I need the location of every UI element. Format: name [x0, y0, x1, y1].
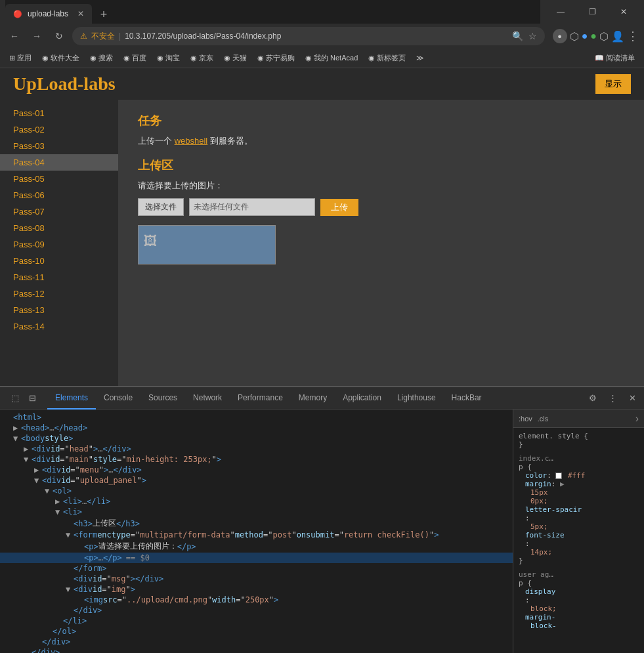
bookmark-apps[interactable]: ⊞ 应用 [5, 52, 35, 64]
upload-submit-button[interactable]: 上传 [320, 199, 358, 216]
more-devtools-icon[interactable]: ⋮ [605, 390, 620, 406]
sidebar-item-pass08[interactable]: Pass-08 [0, 220, 118, 236]
sidebar-item-pass05[interactable]: Pass-05 [0, 171, 118, 187]
tab-application[interactable]: Application [335, 387, 389, 410]
tab-performance[interactable]: Performance [230, 387, 291, 410]
toggle-div-menu[interactable]: ▶ [34, 465, 42, 474]
color-swatch-white[interactable] [555, 473, 562, 479]
image-preview-area: 🖼 [138, 225, 276, 264]
toggle-div-head[interactable]: ▶ [24, 444, 32, 453]
inspect-element-icon[interactable]: ⬚ [8, 391, 22, 406]
sidebar-item-pass04[interactable]: Pass-04 [0, 154, 118, 171]
upload-label: 请选择要上传的图片： [138, 180, 624, 192]
styles-content: element. style { } index.c… p { color: #… [513, 428, 644, 653]
device-toggle-icon[interactable]: ⊟ [25, 391, 39, 406]
bookmark-newtab[interactable]: ◉ 新标签页 [364, 52, 410, 64]
chevron-right-icon: ≫ [416, 54, 424, 62]
bookmark-software[interactable]: ◉ 软件大全 [38, 52, 83, 64]
webshell-link[interactable]: webshell [175, 136, 208, 146]
extension-puzzle-icon[interactable]: ⬡ [570, 30, 579, 43]
bookmark-netacad[interactable]: ◉ 我的 NetAcad [301, 52, 362, 64]
styles-cls-tab[interactable]: .cls [538, 415, 549, 423]
bookmark-star-icon[interactable]: ☆ [528, 31, 537, 41]
show-button[interactable]: 显示 [595, 74, 631, 94]
tab-network[interactable]: Network [185, 387, 230, 410]
html-tree[interactable]: <html> ▶ <head>…</head> ▼ <body style> ▶… [0, 410, 513, 653]
suning-icon: ◉ [257, 54, 264, 62]
devtools-gear-area: ⚙ ⋮ ✕ [585, 390, 640, 406]
styles-pseudo-hov[interactable]: :hov [519, 415, 532, 423]
sidebar-item-pass02[interactable]: Pass-02 [0, 121, 118, 138]
bookmark-tianmao[interactable]: ◉ 天猫 [220, 52, 251, 64]
bookmark-more[interactable]: ≫ [412, 53, 428, 64]
jd-icon: ◉ [190, 54, 197, 62]
sidebar-item-pass11[interactable]: Pass-11 [0, 269, 118, 285]
forward-button[interactable]: → [28, 27, 46, 45]
style-block-element: element. style { } [519, 432, 639, 449]
tree-div-main: ▼ <div id="main" style="min-height: 253p… [0, 454, 513, 465]
profile-icon[interactable]: ● [553, 29, 567, 43]
bookmark-baidu[interactable]: ◉ 百度 [119, 52, 150, 64]
search-icon: 🔍 [512, 31, 523, 41]
style-margin-block-prop: margin- [519, 613, 639, 621]
toggle-form[interactable]: ▼ [66, 530, 74, 539]
sidebar-item-pass06[interactable]: Pass-06 [0, 187, 118, 203]
toggle-body[interactable]: ▼ [13, 434, 21, 443]
style-font-size-val: 14px; [519, 548, 639, 557]
more-options-icon[interactable]: ⋮ [627, 29, 639, 43]
url-warning: 不安全 [91, 31, 115, 42]
extensions-icon[interactable]: ⬡ [599, 30, 609, 43]
tree-ol-close: </ol> [0, 626, 513, 637]
taobao-icon: ◉ [157, 54, 163, 62]
sidebar-item-pass10[interactable]: Pass-10 [0, 253, 118, 269]
close-button[interactable]: ✕ [609, 1, 639, 22]
sidebar-item-pass03[interactable]: Pass-03 [0, 138, 118, 154]
refresh-button[interactable]: ↻ [50, 27, 68, 45]
url-bar[interactable]: ⚠ 不安全 | 10.3.107.205/upload-labs/Pass-04… [72, 27, 545, 45]
sidebar-item-pass12[interactable]: Pass-12 [0, 285, 118, 302]
toggle-div-main[interactable]: ▼ [24, 455, 32, 464]
tab-sources[interactable]: Sources [140, 387, 185, 410]
window-controls: — ❐ ✕ [546, 1, 639, 22]
browser-tab[interactable]: 🔴 upload-labs ✕ [5, 4, 92, 24]
style-margin-block-val: block- [519, 621, 639, 630]
new-tab-button[interactable]: + [95, 5, 113, 24]
bookmark-jd[interactable]: ◉ 京东 [186, 52, 217, 64]
bookmark-taobao[interactable]: ◉ 淘宝 [153, 52, 184, 64]
sidebar-item-pass13[interactable]: Pass-13 [0, 302, 118, 318]
newtab-icon: ◉ [368, 54, 375, 62]
toggle-li2[interactable]: ▼ [55, 507, 63, 516]
sidebar-item-pass07[interactable]: Pass-07 [0, 203, 118, 220]
close-devtools-icon[interactable]: ✕ [624, 390, 640, 406]
bookmark-search[interactable]: ◉ 搜索 [86, 52, 117, 64]
toggle-ol[interactable]: ▼ [45, 486, 53, 495]
tab-memory[interactable]: Memory [291, 387, 335, 410]
toggle-head[interactable]: ▶ [13, 423, 21, 432]
toggle-div-img[interactable]: ▼ [66, 585, 74, 594]
maximize-button[interactable]: ❐ [577, 1, 607, 22]
tab-lighthouse[interactable]: Lighthouse [389, 387, 444, 410]
bookmark-tianmao-label: 天猫 [232, 53, 247, 63]
back-button[interactable]: ← [5, 27, 24, 45]
minimize-button[interactable]: — [546, 1, 576, 22]
logo: UpLoad-labs [13, 74, 116, 95]
toggle-div-upload-panel[interactable]: ▼ [34, 476, 42, 485]
tab-console[interactable]: Console [96, 387, 140, 410]
title-bar: 🔴 upload-labs ✕ + — ❐ ✕ [0, 0, 644, 24]
toggle-li1[interactable]: ▶ [55, 497, 63, 506]
sidebar-item-pass14[interactable]: Pass-14 [0, 318, 118, 335]
style-margin-prop: margin: ▶ [519, 480, 639, 488]
tab-elements[interactable]: Elements [47, 387, 96, 410]
user-account-icon[interactable]: 👤 [611, 30, 624, 43]
sidebar-item-pass09[interactable]: Pass-09 [0, 236, 118, 253]
tab-close-icon[interactable]: ✕ [77, 9, 84, 18]
tree-form: ▼ <form enctype="multipart/form-data" me… [0, 530, 513, 540]
choose-file-button[interactable]: 选择文件 [138, 198, 184, 216]
tab-hackbar[interactable]: HackBar [444, 387, 490, 410]
tree-html: <html> [0, 412, 513, 423]
style-selector-p1: p { [519, 463, 639, 471]
bookmark-reading-list[interactable]: 📖 阅读清单 [591, 52, 639, 64]
settings-icon[interactable]: ⚙ [585, 390, 601, 406]
sidebar-item-pass01[interactable]: Pass-01 [0, 105, 118, 121]
bookmark-suning[interactable]: ◉ 苏宁易购 [253, 52, 299, 64]
